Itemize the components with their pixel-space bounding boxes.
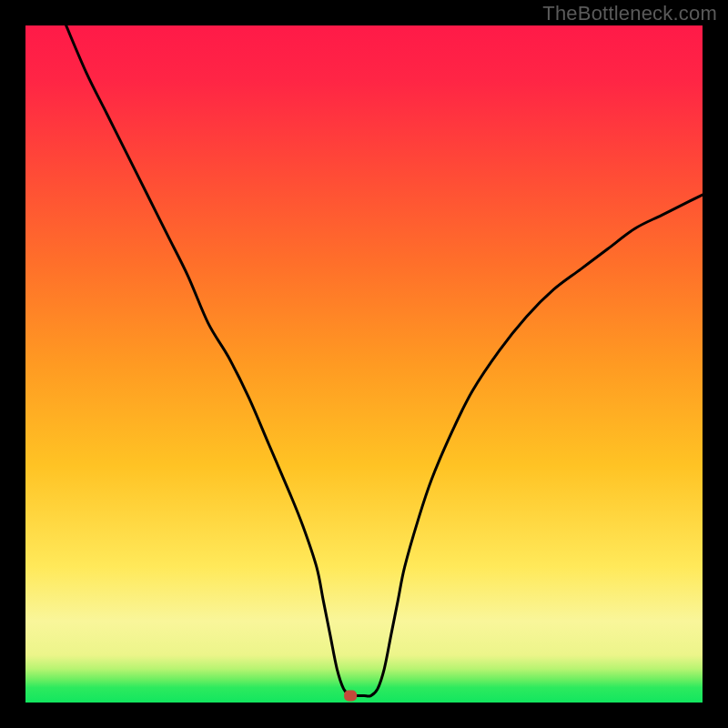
optimal-point-marker [344,691,357,702]
chart-frame: TheBottleneck.com [0,0,728,728]
chart-svg [25,25,703,703]
watermark-text: TheBottleneck.com [542,2,717,25]
gradient-background [25,25,703,703]
chart-plot-area [25,25,703,703]
